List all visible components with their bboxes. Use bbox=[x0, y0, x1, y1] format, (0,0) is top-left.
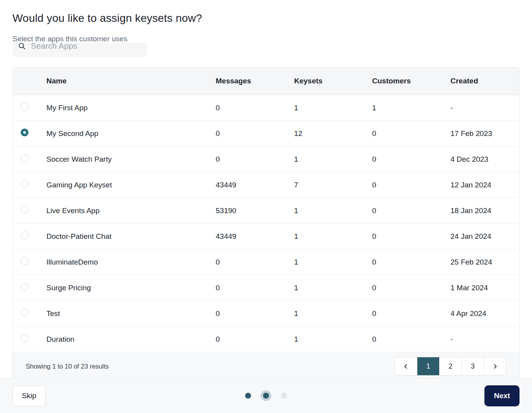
chevron-left-icon bbox=[403, 363, 409, 370]
messages-cell: 43449 bbox=[216, 181, 294, 189]
table-row[interactable]: Test 0 1 0 4 Apr 2024 bbox=[13, 301, 519, 327]
app-name-cell: Duration bbox=[46, 335, 216, 344]
radio-button[interactable] bbox=[21, 231, 28, 239]
messages-cell: 0 bbox=[216, 309, 294, 318]
pagination-bar: Showing 1 to 10 of 23 results 123 bbox=[13, 352, 519, 380]
created-cell: 18 Jan 2024 bbox=[450, 206, 519, 215]
apps-table: Name Messages Keysets Customers Created … bbox=[12, 67, 520, 381]
customers-cell: 0 bbox=[372, 181, 450, 189]
messages-cell: 53190 bbox=[216, 206, 294, 215]
created-cell: - bbox=[450, 335, 519, 344]
table-row[interactable]: Gaming App Keyset 43449 7 0 12 Jan 2024 bbox=[13, 172, 519, 198]
search-icon bbox=[18, 42, 26, 50]
next-button[interactable]: Next bbox=[484, 385, 520, 406]
chevron-right-icon bbox=[492, 363, 498, 370]
app-name-cell: Surge Pricing bbox=[46, 284, 216, 292]
customers-cell: 0 bbox=[372, 129, 450, 138]
step-dot-active bbox=[261, 390, 271, 401]
table-row[interactable]: Soccer Watch Party 0 1 0 4 Dec 2023 bbox=[13, 146, 519, 172]
table-row[interactable]: Surge Pricing 0 1 0 1 Mar 2024 bbox=[13, 275, 519, 301]
app-name-cell: My Second App bbox=[46, 129, 216, 138]
results-summary: Showing 1 to 10 of 23 results bbox=[26, 363, 109, 370]
customers-cell: 0 bbox=[372, 309, 450, 318]
keysets-cell: 1 bbox=[294, 104, 372, 112]
table-row[interactable]: Duration 0 1 0 - bbox=[13, 327, 519, 352]
modal-title: Would you like to assign keysets now? bbox=[12, 12, 520, 25]
keysets-cell: 1 bbox=[294, 206, 372, 215]
keysets-cell: 1 bbox=[294, 335, 372, 344]
column-header-messages: Messages bbox=[216, 77, 294, 85]
table-row[interactable]: My First App 0 1 1 - bbox=[13, 95, 519, 121]
modal-footer: Skip Next bbox=[0, 378, 532, 413]
page-button-1[interactable]: 1 bbox=[417, 357, 439, 375]
customers-cell: 0 bbox=[372, 155, 450, 164]
customers-cell: 1 bbox=[372, 104, 450, 112]
prev-page-button[interactable] bbox=[395, 357, 417, 375]
created-cell: 17 Feb 2023 bbox=[450, 129, 519, 138]
table-row[interactable]: Live Events App 53190 1 0 18 Jan 2024 bbox=[13, 198, 519, 224]
messages-cell: 43449 bbox=[216, 232, 294, 241]
radio-button[interactable] bbox=[21, 103, 28, 111]
created-cell: 1 Mar 2024 bbox=[450, 284, 519, 292]
radio-button[interactable] bbox=[21, 257, 28, 265]
radio-button[interactable] bbox=[21, 283, 28, 291]
column-header-name: Name bbox=[46, 77, 216, 85]
messages-cell: 0 bbox=[216, 129, 294, 138]
keysets-cell: 7 bbox=[294, 181, 372, 189]
app-name-cell: My First App bbox=[46, 104, 216, 112]
customers-cell: 0 bbox=[372, 258, 450, 267]
radio-button[interactable] bbox=[21, 334, 28, 342]
table-row[interactable]: IlluminateDemo 0 1 0 25 Feb 2024 bbox=[13, 249, 519, 275]
next-page-button[interactable] bbox=[484, 357, 506, 375]
step-dot bbox=[281, 393, 287, 399]
created-cell: 24 Jan 2024 bbox=[450, 232, 519, 241]
app-name-cell: Test bbox=[46, 309, 216, 318]
customers-cell: 0 bbox=[372, 232, 450, 241]
keysets-cell: 1 bbox=[294, 155, 372, 164]
skip-button[interactable]: Skip bbox=[12, 385, 46, 406]
messages-cell: 0 bbox=[216, 335, 294, 344]
created-cell: - bbox=[450, 104, 519, 112]
app-name-cell: Gaming App Keyset bbox=[46, 181, 216, 189]
keysets-cell: 1 bbox=[294, 258, 372, 267]
table-body: My First App 0 1 1 - My Second App 0 12 … bbox=[13, 95, 519, 352]
table-row[interactable]: Doctor-Patient Chat 43449 1 0 24 Jan 202… bbox=[13, 224, 519, 249]
customers-cell: 0 bbox=[372, 335, 450, 344]
app-name-cell: Doctor-Patient Chat bbox=[46, 232, 216, 241]
table-row[interactable]: My Second App 0 12 0 17 Feb 2023 bbox=[13, 121, 519, 146]
modal-header: Would you like to assign keysets now? Se… bbox=[0, 0, 532, 43]
created-cell: 4 Apr 2024 bbox=[450, 309, 519, 318]
modal-subtitle: Select the apps this customer uses bbox=[12, 35, 520, 43]
app-name-cell: Soccer Watch Party bbox=[46, 155, 216, 164]
messages-cell: 0 bbox=[216, 104, 294, 112]
radio-button[interactable] bbox=[21, 154, 28, 162]
pager: 123 bbox=[394, 357, 506, 376]
created-cell: 25 Feb 2024 bbox=[450, 258, 519, 267]
column-header-keysets: Keysets bbox=[294, 77, 372, 85]
keysets-cell: 1 bbox=[294, 284, 372, 292]
radio-button[interactable] bbox=[21, 129, 28, 136]
page-button-2[interactable]: 2 bbox=[439, 357, 461, 375]
column-header-created: Created bbox=[450, 77, 519, 85]
radio-button[interactable] bbox=[21, 180, 28, 188]
messages-cell: 0 bbox=[216, 284, 294, 292]
step-dot bbox=[245, 393, 251, 399]
customers-cell: 0 bbox=[372, 284, 450, 292]
step-indicator bbox=[245, 390, 287, 401]
radio-button[interactable] bbox=[21, 206, 28, 214]
table-header-row: Name Messages Keysets Customers Created bbox=[13, 67, 519, 95]
created-cell: 12 Jan 2024 bbox=[450, 181, 519, 189]
app-name-cell: IlluminateDemo bbox=[46, 258, 216, 267]
column-header-customers: Customers bbox=[372, 77, 450, 85]
created-cell: 4 Dec 2023 bbox=[450, 155, 519, 164]
customers-cell: 0 bbox=[372, 206, 450, 215]
page-button-3[interactable]: 3 bbox=[461, 357, 484, 375]
keysets-cell: 1 bbox=[294, 232, 372, 241]
messages-cell: 0 bbox=[216, 155, 294, 164]
app-name-cell: Live Events App bbox=[46, 206, 216, 215]
radio-button[interactable] bbox=[21, 309, 28, 316]
assign-keysets-modal: Would you like to assign keysets now? Se… bbox=[0, 0, 532, 413]
messages-cell: 0 bbox=[216, 258, 294, 267]
keysets-cell: 12 bbox=[294, 129, 372, 138]
step-dot-core bbox=[263, 393, 269, 399]
